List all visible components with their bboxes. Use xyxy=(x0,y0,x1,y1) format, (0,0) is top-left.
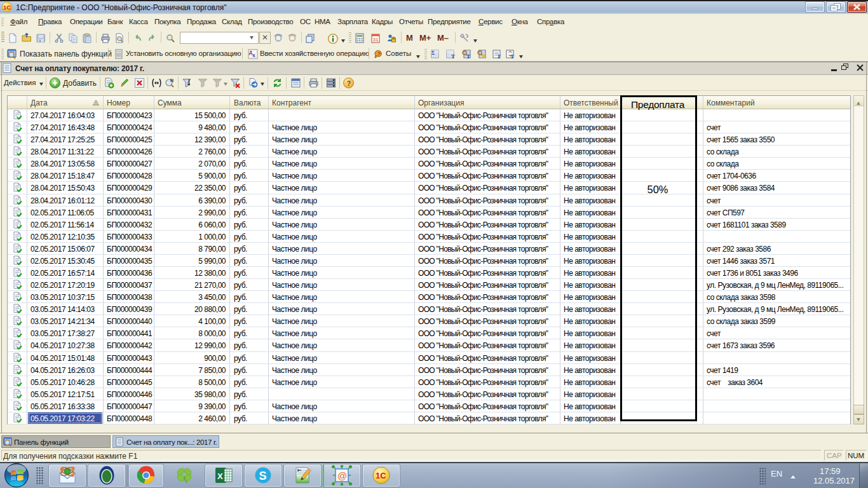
svg-text:31: 31 xyxy=(373,37,379,43)
svg-text:S: S xyxy=(259,470,267,482)
svg-text:К: К xyxy=(253,53,256,58)
svg-text:1С: 1С xyxy=(376,471,386,480)
svg-text:?: ? xyxy=(347,79,351,87)
svg-text:@: @ xyxy=(337,470,347,481)
svg-text:1С: 1С xyxy=(3,4,11,11)
svg-text:N: N xyxy=(170,78,173,83)
svg-text:T: T xyxy=(466,53,470,59)
svg-text:T: T xyxy=(451,53,455,59)
svg-text:Д: Д xyxy=(249,50,252,55)
svg-text:Σ: Σ xyxy=(431,50,435,56)
svg-text:T: T xyxy=(497,53,501,59)
svg-text:?: ? xyxy=(377,51,381,57)
svg-text:T: T xyxy=(510,53,514,59)
svg-text:X: X xyxy=(217,471,223,481)
